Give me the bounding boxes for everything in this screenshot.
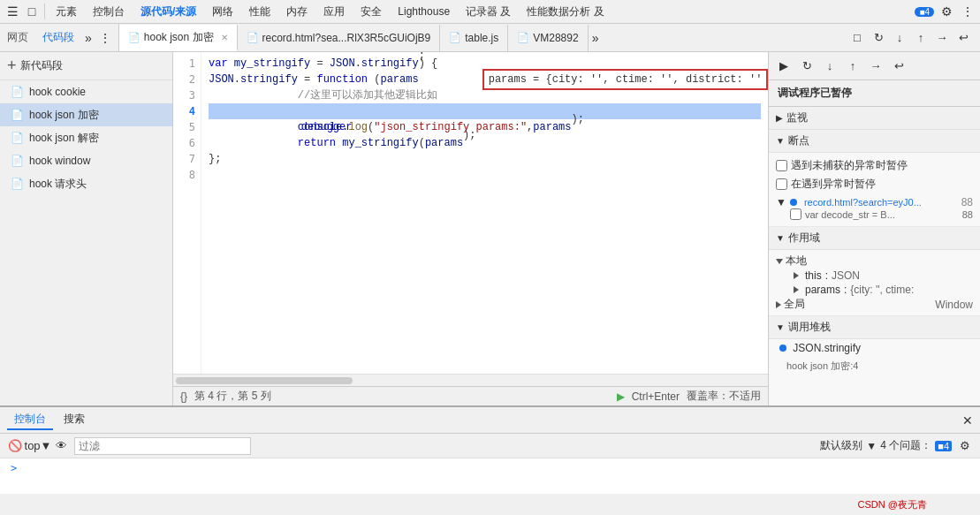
scope-this-expand[interactable] xyxy=(794,272,799,279)
file-tab-table[interactable]: 📄 table.js xyxy=(440,25,508,51)
top-menu-bar: ☰ □ 元素 控制台 源代码/来源 网络 性能 内存 应用 安全 Lightho… xyxy=(0,0,980,24)
sidebar-item-hook-window[interactable]: 📄 hook window xyxy=(0,149,172,172)
editor-icon-down[interactable]: ↓ xyxy=(890,28,909,48)
file-tab-label-2: record.html?sea...RlX3R5cGUiOjB9 xyxy=(262,32,431,44)
console-tab-console[interactable]: 控制台 xyxy=(7,410,53,430)
settings-icon[interactable]: ⚙ xyxy=(938,3,955,20)
scope-params-expand[interactable] xyxy=(794,286,799,293)
menu-item-application[interactable]: 应用 xyxy=(316,3,352,21)
right-debug-panel: ▶ ↻ ↓ ↑ → ↩ 调试程序已暂停 ▶ 监视 ▼ 断点 遇到未捕获的异常时暂… xyxy=(768,52,980,405)
console-area: 控制台 搜索 ✕ 🚫 top ▼ 👁 默认级别 ▼ 4 个问题： ■4 ⚙ > xyxy=(0,405,980,494)
scope-params-row: params : {city: '', ctime: xyxy=(794,283,973,297)
console-eye-btn[interactable]: 👁 xyxy=(51,436,71,456)
scope-this-key: this xyxy=(805,269,822,282)
more-icon[interactable]: ⋮ xyxy=(959,3,976,20)
file-tab-record[interactable]: 📄 record.html?sea...RlX3R5cGUiOjB9 xyxy=(238,25,441,51)
callstack-item-0[interactable]: JSON.stringify xyxy=(769,339,980,357)
watch-section-header[interactable]: ▶ 监视 xyxy=(769,107,980,130)
menu-item-network[interactable]: 网络 xyxy=(205,3,240,21)
console-filter-input[interactable] xyxy=(74,437,251,455)
debug-resume-btn[interactable]: ▶ xyxy=(774,57,794,76)
line-num-3: 3 xyxy=(173,87,201,103)
line-num-8: 8 xyxy=(173,167,201,183)
debug-step-btn[interactable]: → xyxy=(866,57,885,76)
menu-item-console[interactable]: 控制台 xyxy=(86,3,132,21)
tab-file-more[interactable]: » xyxy=(589,31,603,45)
editor-icon-up[interactable]: ↑ xyxy=(911,28,931,48)
sidebar-item-label-1: hook json 加密 xyxy=(29,108,99,123)
checkbox-caught-label: 在遇到异常时暂停 xyxy=(791,177,876,192)
breakpoint-detail-line: 88 xyxy=(962,209,973,220)
console-tab-search[interactable]: 搜索 xyxy=(57,410,92,430)
sidebar-item-icon-2: 📄 xyxy=(11,132,24,144)
line-num-4: 4 xyxy=(173,103,201,119)
line-numbers: 1 2 3 4 5 6 7 8 xyxy=(173,52,201,374)
code-tooltip: params = {city: '', ctime: '', district:… xyxy=(482,69,768,90)
debug-step-over-btn[interactable]: ↻ xyxy=(797,57,817,76)
editor-scrollbar[interactable] xyxy=(173,374,768,386)
debug-deactivate-btn[interactable]: ↩ xyxy=(889,57,908,76)
menu-icon-1[interactable]: ☰ xyxy=(4,3,21,20)
line-num-7: 7 xyxy=(173,151,201,167)
file-tab-hook-json[interactable]: 📄 hook json 加密 ✕ xyxy=(119,25,238,51)
sidebar-header: + 新代码段 xyxy=(0,52,172,80)
scope-global-header[interactable]: 全局 Window xyxy=(776,297,973,312)
scope-params-value: {city: '', ctime: xyxy=(850,284,914,296)
editor-icon-next[interactable]: → xyxy=(932,28,952,48)
line-num-5: 5 xyxy=(173,119,201,135)
sidebar-item-hook-request-header[interactable]: 📄 hook 请求头 xyxy=(0,172,172,195)
sidebar-item-hook-json-decode[interactable]: 📄 hook json 解密 xyxy=(0,126,172,149)
scope-section-header[interactable]: ▼ 作用域 xyxy=(769,227,980,250)
line-num-6: 6 xyxy=(173,135,201,151)
scope-arrow-icon: ▼ xyxy=(776,233,785,243)
console-settings-icon[interactable]: ⚙ xyxy=(955,436,975,456)
checkbox-uncaught-label: 遇到未捕获的异常时暂停 xyxy=(791,158,908,173)
menu-item-performance[interactable]: 性能 xyxy=(242,3,277,21)
editor-icon-reload[interactable]: ↻ xyxy=(869,28,888,48)
console-close-button[interactable]: ✕ xyxy=(962,413,973,428)
checkbox-uncaught-input[interactable] xyxy=(776,160,787,171)
sidebar-item-hook-json-encode[interactable]: 📄 hook json 加密 xyxy=(0,103,172,126)
callstack-arrow-icon: ▼ xyxy=(776,322,785,332)
tab-section-menu[interactable]: ⋮ xyxy=(95,31,115,45)
file-tab-close-1[interactable]: ✕ xyxy=(221,33,228,42)
menu-item-elements[interactable]: 元素 xyxy=(49,3,84,21)
debug-step-out-btn[interactable]: ↑ xyxy=(843,57,862,76)
menu-item-perf-insights[interactable]: 性能数据分析 及 xyxy=(520,3,611,21)
callstack-section-header[interactable]: ▼ 调用堆栈 xyxy=(769,316,980,339)
scope-params-key: params xyxy=(805,284,840,296)
breakpoint-checkbox[interactable] xyxy=(790,208,801,220)
checkbox-caught-input[interactable] xyxy=(776,178,787,190)
console-issues-count: 4 个问题： xyxy=(880,438,931,453)
scrollbar-thumb[interactable] xyxy=(176,377,353,384)
file-tab-label-4: VM28892 xyxy=(533,32,578,44)
tab-left-more[interactable]: » xyxy=(81,31,95,45)
console-clear-button[interactable]: 🚫 xyxy=(5,436,25,456)
menu-icon-2[interactable]: □ xyxy=(23,3,41,20)
tab-codesegment[interactable]: 代码段 xyxy=(35,30,81,45)
console-level-arrow[interactable]: ▼ xyxy=(866,440,877,452)
breakpoints-section-header[interactable]: ▼ 断点 xyxy=(769,130,980,153)
scope-local-header[interactable]: 本地 xyxy=(776,254,973,269)
editor-content[interactable]: 1 2 3 4 5 6 7 8 var my_stringify = JSON.… xyxy=(173,52,768,374)
breakpoint-dot xyxy=(790,199,797,206)
menu-item-lighthouse[interactable]: Lighthouse xyxy=(391,4,457,19)
tab-webpage[interactable]: 网页 xyxy=(0,30,35,45)
menu-item-memory[interactable]: 内存 xyxy=(279,3,315,21)
new-code-segment-button[interactable]: + xyxy=(7,57,17,75)
file-tab-vm[interactable]: 📄 VM28892 xyxy=(508,25,588,51)
callstack-item-1[interactable]: hook json 加密:4 xyxy=(769,357,980,375)
menu-item-source[interactable]: 源代码/来源 xyxy=(133,3,203,21)
console-context-arrow: ▼ xyxy=(41,439,52,452)
console-context-btn[interactable]: top ▼ xyxy=(28,436,48,456)
editor-icon-format[interactable]: □ xyxy=(847,28,867,48)
breakpoint-expand-icon[interactable]: ▼ xyxy=(776,196,786,208)
status-play-icon[interactable]: ▶ xyxy=(617,390,625,403)
sidebar-item-hook-cookie[interactable]: 📄 hook cookie xyxy=(0,80,172,103)
menu-item-recorder[interactable]: 记录器 及 xyxy=(459,3,518,21)
sidebar-items-list: 📄 hook cookie 📄 hook json 加密 📄 hook json… xyxy=(0,80,172,405)
code-lines[interactable]: var my_stringify = JSON.stringify; JSON.… xyxy=(201,52,768,374)
menu-item-security[interactable]: 安全 xyxy=(353,3,389,21)
debug-step-into-btn[interactable]: ↓ xyxy=(820,57,839,76)
editor-icon-return[interactable]: ↩ xyxy=(953,28,973,48)
